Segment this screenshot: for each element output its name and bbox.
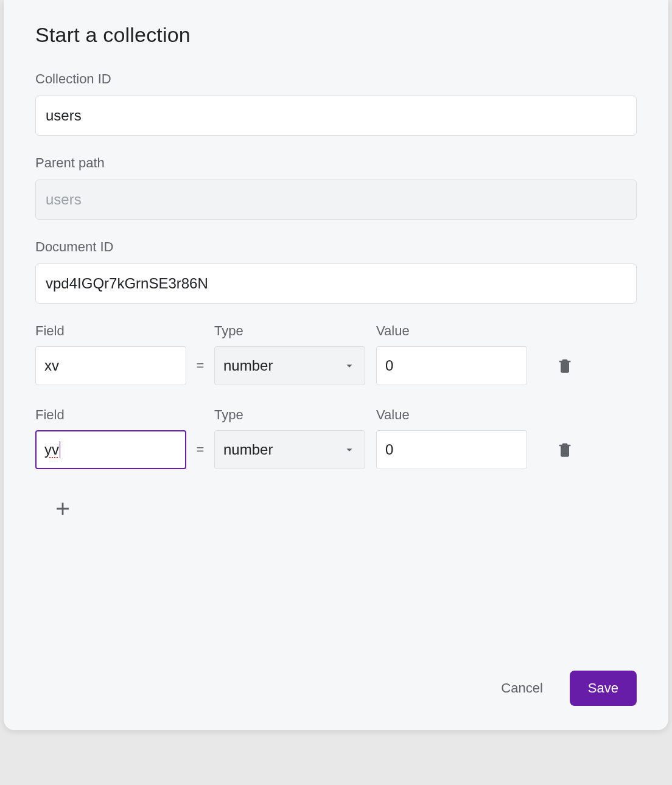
collection-id-input[interactable] <box>35 96 637 136</box>
start-collection-dialog: Start a collection Collection ID Parent … <box>4 0 668 730</box>
document-id-group: Document ID <box>35 239 637 304</box>
field-value-input[interactable] <box>376 430 527 469</box>
document-id-input[interactable] <box>35 263 637 304</box>
field-row: Field Type Value = number <box>35 323 637 385</box>
field-value-input[interactable] <box>376 346 527 385</box>
field-type-value: number <box>223 441 273 458</box>
chevron-down-icon <box>343 443 356 456</box>
type-header: Type <box>214 323 243 338</box>
fields-area: Field Type Value = number <box>35 323 637 525</box>
plus-icon <box>52 498 73 519</box>
text-caret <box>60 441 60 458</box>
dialog-title: Start a collection <box>35 23 637 47</box>
chevron-down-icon <box>343 359 356 372</box>
parent-path-input <box>35 180 637 220</box>
field-type-select[interactable]: number <box>214 430 365 469</box>
parent-path-label: Parent path <box>35 155 637 171</box>
equals-sign: = <box>186 358 214 374</box>
delete-field-button[interactable] <box>551 352 578 379</box>
equals-sign: = <box>186 442 214 458</box>
dialog-actions: Cancel Save <box>497 671 637 706</box>
add-field-button[interactable] <box>46 492 79 525</box>
delete-field-button[interactable] <box>551 436 578 463</box>
collection-id-group: Collection ID <box>35 71 637 136</box>
parent-path-group: Parent path <box>35 155 637 220</box>
value-header: Value <box>376 323 410 338</box>
field-type-select[interactable]: number <box>214 346 365 385</box>
type-header: Type <box>214 407 243 422</box>
document-id-label: Document ID <box>35 239 637 255</box>
collection-id-label: Collection ID <box>35 71 637 87</box>
field-name-text: yv <box>44 441 59 458</box>
field-header: Field <box>35 407 65 422</box>
trash-icon <box>556 441 573 458</box>
field-row: Field Type Value yv = number <box>35 407 637 469</box>
value-header: Value <box>376 407 410 422</box>
cancel-button[interactable]: Cancel <box>497 675 546 701</box>
field-name-input[interactable] <box>35 346 186 385</box>
save-button[interactable]: Save <box>570 671 637 706</box>
trash-icon <box>556 357 573 374</box>
field-name-input[interactable]: yv <box>35 430 186 469</box>
field-header: Field <box>35 323 65 338</box>
field-type-value: number <box>223 357 273 374</box>
